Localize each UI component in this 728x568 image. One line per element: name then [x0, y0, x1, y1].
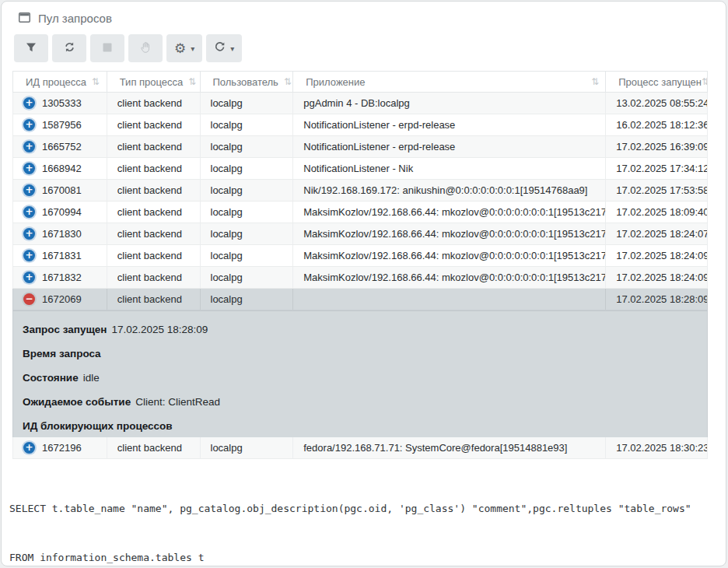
terminate-session-button[interactable]: [128, 34, 163, 62]
cell-user: localpg: [201, 267, 294, 288]
gear-icon: ⚙: [174, 42, 186, 55]
auto-refresh-menu-button[interactable]: ▾: [206, 34, 242, 62]
cancel-query-button[interactable]: [90, 34, 124, 62]
cell-application: MaksimKozlov/192.168.66.44: mkozlov@0:0:…: [293, 202, 606, 223]
cell-started: 17.02.2025 18:28:09: [606, 289, 707, 310]
table-header-row: ИД процесса ⇅ Тип процесса ⇅ Пользовател…: [12, 71, 708, 93]
column-header-type[interactable]: Тип процесса ⇅: [107, 72, 201, 92]
sql-line: FROM information_schema.tables t: [9, 549, 726, 566]
expand-row-icon[interactable]: +: [23, 119, 35, 131]
sort-icon: ⇅: [188, 76, 196, 87]
expand-row-icon[interactable]: +: [23, 97, 35, 109]
expand-row-icon[interactable]: +: [23, 206, 35, 218]
page-title: Пул запросов: [38, 12, 112, 25]
detail-state: Состояниеidle: [23, 366, 695, 391]
table-row[interactable]: +1305333 client backend localpg pgAdmin …: [12, 93, 708, 114]
cell-started: 13.02.2025 08:55:24: [606, 93, 707, 114]
expand-row-icon[interactable]: +: [23, 272, 35, 283]
sort-icon: ⇅: [92, 76, 100, 87]
table-row[interactable]: +1671830 client backend localpg MaksimKo…: [12, 223, 708, 245]
cell-started: 16.02.2025 18:12:36: [606, 114, 707, 135]
panel-title-bar: Пул запросов: [2, 2, 726, 32]
detail-wait-event: Ожидаемое событиеClient: ClientRead: [23, 391, 695, 415]
refresh-icon: [64, 41, 75, 55]
cell-started: 17.02.2025 18:24:09: [606, 267, 707, 288]
cell-application: MaksimKozlov/192.168.66.44: mkozlov@0:0:…: [293, 245, 606, 266]
detail-query-started: Запрос запущен17.02.2025 18:28:09: [23, 318, 695, 342]
cell-type: client backend: [107, 245, 201, 266]
cell-application: NotificationListener - erpd-release: [293, 136, 606, 157]
cell-type: client backend: [107, 267, 201, 288]
hand-icon: [139, 41, 152, 56]
cell-type: client backend: [107, 114, 201, 135]
cell-type: client backend: [107, 93, 201, 114]
cell-type: client backend: [107, 202, 201, 223]
cell-started: 17.02.2025 18:30:23: [606, 437, 707, 458]
expand-row-icon[interactable]: +: [23, 184, 35, 196]
cell-user: localpg: [201, 136, 294, 157]
refresh-button[interactable]: [52, 34, 86, 62]
cell-application: MaksimKozlov/192.168.66.44: mkozlov@0:0:…: [293, 223, 606, 244]
column-header-application[interactable]: Приложение ⇅: [293, 72, 606, 92]
cell-application: NotificationListener - erpd-release: [293, 114, 606, 135]
cell-started: 17.02.2025 18:09:40: [606, 202, 707, 223]
detail-query-duration: Время запроса: [23, 342, 695, 366]
table-row[interactable]: +1671831 client backend localpg MaksimKo…: [12, 245, 708, 267]
cell-user: localpg: [201, 180, 294, 201]
collapse-row-icon[interactable]: −: [23, 293, 35, 305]
expand-row-icon[interactable]: +: [23, 141, 35, 153]
window-icon: [19, 12, 30, 25]
toolbar: ⚙ ▾ ▾: [2, 32, 726, 71]
table-row-expanded[interactable]: −1672069 client backend localpg 17.02.20…: [12, 289, 708, 310]
table-row[interactable]: +1587956 client backend localpg Notifica…: [12, 114, 708, 136]
cell-user: localpg: [201, 289, 294, 310]
cell-type: client backend: [107, 437, 201, 458]
stop-icon: [102, 42, 113, 55]
cell-user: localpg: [201, 223, 294, 244]
table-row[interactable]: +1670994 client backend localpg MaksimKo…: [12, 202, 708, 223]
expand-row-icon[interactable]: +: [23, 163, 35, 174]
column-header-pid[interactable]: ИД процесса ⇅: [13, 72, 107, 92]
expand-row-icon[interactable]: +: [23, 250, 35, 261]
cell-started: 17.02.2025 18:24:07: [606, 223, 707, 244]
table-row[interactable]: +1671832 client backend localpg MaksimKo…: [12, 267, 708, 289]
cell-type: client backend: [107, 158, 201, 179]
cell-user: localpg: [201, 245, 294, 266]
detail-blocking-pids: ИД блокирующих процессов: [23, 415, 695, 439]
cell-started: 17.02.2025 18:24:09: [606, 245, 707, 266]
cell-pid: 1671832: [42, 272, 82, 283]
settings-menu-button[interactable]: ⚙ ▾: [166, 34, 202, 62]
cell-user: localpg: [201, 158, 294, 179]
sql-line: SELECT t.table_name "name", pg_catalog.o…: [9, 500, 726, 517]
cell-pid: 1671830: [42, 228, 82, 240]
row-detail-panel: Запрос запущен17.02.2025 18:28:09 Время …: [12, 310, 708, 437]
cell-application: fedora/192.168.71.71: SystemCore@fedora[…: [293, 437, 606, 458]
table-row[interactable]: +1668942 client backend localpg Notifica…: [12, 158, 708, 180]
column-header-started[interactable]: Процесс запущен ⇅: [606, 72, 707, 92]
expand-row-icon[interactable]: +: [23, 228, 35, 240]
cell-user: localpg: [201, 437, 294, 458]
cell-application: [293, 289, 606, 310]
cell-type: client backend: [107, 289, 201, 310]
cell-user: localpg: [201, 114, 294, 135]
sessions-table: ИД процесса ⇅ Тип процесса ⇅ Пользовател…: [12, 71, 708, 459]
table-row[interactable]: +1672196 client backend localpg fedora/1…: [12, 437, 708, 459]
cell-started: 17.02.2025 17:53:58: [606, 180, 707, 201]
cell-pid: 1587956: [42, 119, 82, 131]
chevron-down-icon: ▾: [191, 44, 194, 53]
filter-button[interactable]: [14, 34, 48, 62]
cell-user: localpg: [201, 202, 294, 223]
cell-type: client backend: [107, 180, 201, 201]
expand-row-icon[interactable]: +: [23, 442, 35, 454]
filter-icon: [26, 42, 37, 55]
cell-application: Nik/192.168.169.172: anikushin@0:0:0:0:0…: [293, 180, 606, 201]
table-row[interactable]: +1665752 client backend localpg Notifica…: [12, 136, 708, 158]
cell-pid: 1305333: [42, 97, 82, 109]
cell-application: MaksimKozlov/192.168.66.44: mkozlov@0:0:…: [293, 267, 606, 288]
cell-pid: 1672069: [42, 293, 82, 305]
cell-user: localpg: [201, 93, 294, 114]
cell-pid: 1671831: [42, 250, 82, 261]
cell-pid: 1670994: [42, 206, 82, 218]
table-row[interactable]: +1670081 client backend localpg Nik/192.…: [12, 180, 708, 202]
column-header-user[interactable]: Пользователь ⇅: [201, 72, 294, 92]
